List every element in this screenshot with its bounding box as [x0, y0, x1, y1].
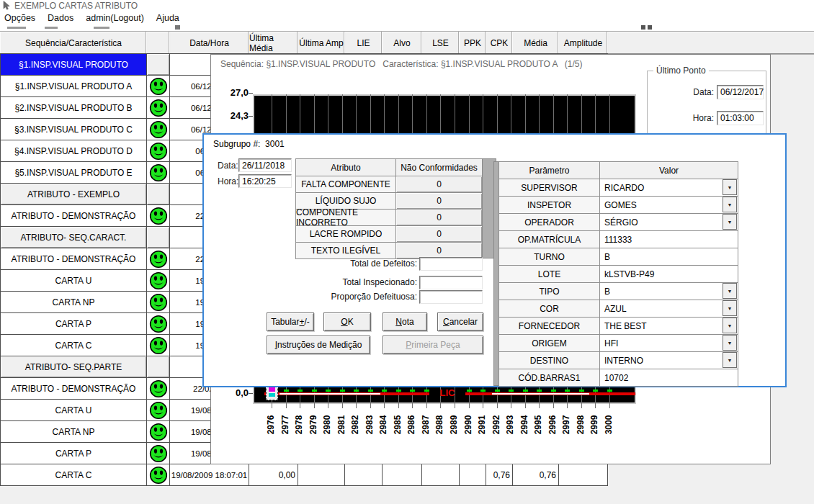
parameter-value-cell[interactable]: AZUL	[599, 300, 738, 318]
parameter-value-cell[interactable]: INTERNO	[599, 351, 738, 369]
column-header-data-hora[interactable]: Data/Hora	[169, 32, 249, 54]
column-header-amplitude[interactable]: Amplitude	[558, 32, 608, 54]
status-cell	[146, 291, 170, 313]
chart-point-marker	[382, 390, 387, 392]
total-inspecionado-field[interactable]	[419, 276, 483, 289]
x-axis-label: 2976	[266, 405, 277, 445]
parameter-value-cell[interactable]: RICARDO	[599, 179, 738, 197]
smiley-icon	[149, 207, 168, 225]
column-header-blank[interactable]	[146, 32, 170, 54]
parameter-value-cell[interactable]: 111333	[599, 230, 738, 248]
smiley-icon	[149, 120, 168, 139]
row-label: §5.INSP.VISUAL PRODUTO E	[0, 161, 147, 184]
parameter-value-cell[interactable]: 10702	[599, 369, 738, 387]
column-header-cpk[interactable]: CPK	[486, 32, 513, 54]
chart-point-marker	[368, 390, 373, 392]
parameter-name-cell: ORIGEM	[498, 334, 600, 352]
ultimo-data-field[interactable]: 06/12/2017	[717, 85, 764, 99]
chart-point-marker	[467, 390, 472, 392]
dropdown-arrow-icon[interactable]: ▼	[723, 300, 737, 316]
parameter-name-cell: OP.MATRÍCULA	[498, 230, 600, 248]
column-header-lie[interactable]: LIE	[344, 32, 383, 54]
proporcao-defeituosa-field[interactable]	[419, 290, 483, 304]
column-header-sequ-ncia-caracter-stica[interactable]: Sequência/Característica	[0, 32, 147, 54]
column-header-blank[interactable]	[607, 32, 814, 54]
date-cell: 19/08/2009 18:07:01	[169, 464, 249, 486]
ultimo-hora-field[interactable]: 01:03:00	[717, 111, 764, 125]
x-axis-label: 2996	[547, 405, 559, 445]
dialog-hora-field[interactable]: 16:20:25	[238, 174, 292, 188]
menu-item-dados[interactable]: Dados	[43, 12, 81, 24]
column-header--ltima-m-dia[interactable]: Última Média	[249, 32, 298, 54]
column-header-m-dia[interactable]: Média	[512, 32, 559, 54]
dropdown-arrow-icon[interactable]: ▼	[723, 179, 737, 195]
menu-item-opcoes[interactable]: Opções	[0, 12, 43, 24]
value-cell: 0,76	[486, 464, 513, 486]
nonconformity-count-cell[interactable]: 0	[395, 225, 483, 243]
chart-point-marker	[410, 390, 415, 392]
menu-item-admin-logout[interactable]: admin(Logout)	[81, 12, 152, 24]
row-label: CARTA C	[0, 334, 147, 356]
nonconformity-count-cell[interactable]: 0	[395, 176, 483, 193]
chart-point-marker	[312, 390, 317, 392]
parameter-value-cell[interactable]: GOMES	[599, 196, 738, 214]
x-axis-label: 2990	[463, 405, 475, 445]
status-cell	[146, 118, 170, 140]
smiley-icon	[149, 379, 168, 398]
tabular-button[interactable]: Tabular +/-	[267, 312, 314, 331]
smiley-icon	[149, 99, 168, 117]
parameter-value-cell[interactable]: THE BEST	[599, 317, 738, 335]
total-defeitos-field[interactable]	[419, 257, 483, 271]
row-label: §2.INSP.VISUAL PRODUTO B	[0, 96, 147, 119]
ok-button[interactable]: OK	[323, 312, 371, 331]
chart-point-marker	[495, 390, 500, 392]
value-cell	[558, 464, 608, 486]
menu-item-ajuda[interactable]: Ajuda	[152, 12, 187, 24]
nonconformity-count-cell[interactable]: 0	[395, 209, 483, 226]
cancelar-button[interactable]: Cancelar	[437, 312, 483, 331]
chart-point-marker	[354, 390, 359, 392]
subgroup-dialog: Subgrupo #: 3001 Data: 26/11/2018 Hora: …	[202, 133, 787, 387]
nonconformity-count-cell[interactable]: 0	[395, 192, 483, 210]
dropdown-arrow-icon[interactable]: ▼	[723, 197, 737, 212]
dialog-data-label: Data:	[218, 161, 238, 171]
column-header-alvo[interactable]: Alvo	[382, 32, 422, 54]
chart-point-marker	[523, 390, 528, 392]
x-axis-label: 2987	[421, 405, 432, 445]
parameter-value-cell[interactable]: kLSTVB-P49	[599, 265, 738, 283]
smiley-icon	[149, 293, 168, 312]
dropdown-arrow-icon[interactable]: ▼	[723, 283, 737, 299]
instrucoes-de-medicao-button[interactable]: Instruções de Medição	[267, 336, 370, 354]
x-axis-label: 2980	[322, 405, 334, 445]
row-label: §4.INSP.VISUAL PRODUTO D	[0, 140, 147, 162]
row-label: §1.INSP.VISUAL PRODUTO A	[0, 75, 147, 97]
x-axis-label: 2991	[477, 405, 488, 445]
table-row[interactable]: CARTA C19/08/2009 18:07:010,000,760,76	[0, 464, 814, 486]
dialog-data-field[interactable]: 26/11/2018	[238, 158, 292, 172]
selected-point-marker[interactable]	[266, 385, 278, 400]
parameter-value-cell[interactable]: HFI	[599, 334, 738, 352]
column-header--ltima-amp[interactable]: Última Amp	[298, 32, 345, 54]
parameter-name-cell: FORNECEDOR	[498, 317, 600, 335]
nota-button[interactable]: Nota	[383, 312, 427, 331]
x-axis-label: 2986	[406, 405, 418, 445]
parameter-value-cell[interactable]: B	[599, 282, 738, 300]
chart-point-marker	[424, 390, 429, 392]
value-cell	[459, 464, 486, 486]
row-label: CARTA P	[0, 312, 147, 335]
parameter-value-cell[interactable]: B	[599, 248, 738, 266]
dropdown-arrow-icon[interactable]: ▼	[723, 335, 737, 351]
parameter-name-cell: SUPERVISOR	[498, 179, 600, 197]
row-label: ATRIBUTO - DEMONSTRAÇÃO	[0, 377, 147, 400]
value-cell: 0,00	[249, 464, 298, 486]
status-cell	[146, 183, 170, 205]
column-header-ppk[interactable]: PPK	[459, 32, 486, 54]
parameter-value-cell[interactable]: SÉRGIO	[599, 213, 738, 231]
column-header-lse[interactable]: LSE	[421, 32, 460, 54]
smiley-icon	[149, 423, 168, 441]
dropdown-arrow-icon[interactable]: ▼	[723, 318, 737, 333]
dropdown-arrow-icon[interactable]: ▼	[723, 352, 737, 368]
ultimo-hora-label: Hora:	[662, 113, 714, 123]
dropdown-arrow-icon[interactable]: ▼	[723, 214, 737, 230]
app-window: EXEMPLO CARTAS ATRIBUTO OpçõesDadosadmin…	[0, 0, 814, 504]
